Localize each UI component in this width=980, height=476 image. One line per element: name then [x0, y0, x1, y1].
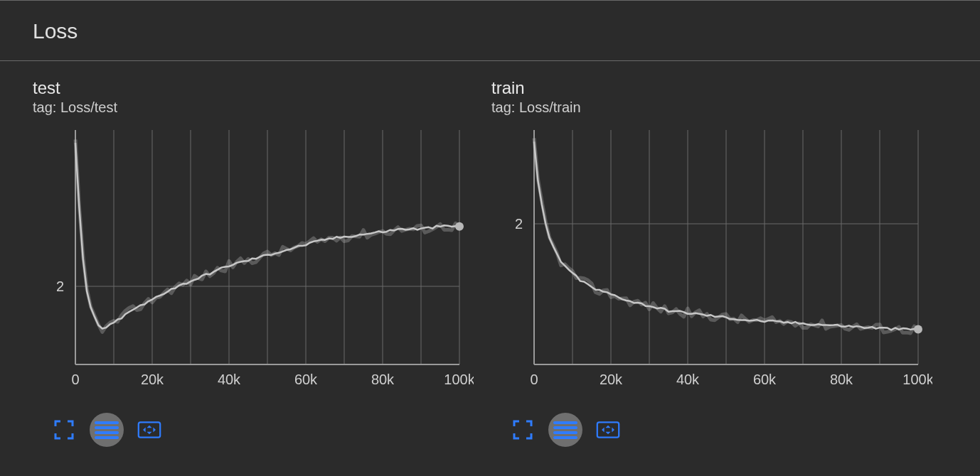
svg-rect-26	[139, 422, 160, 437]
svg-text:0: 0	[71, 372, 79, 387]
line-chart: 020k40k60k80k100k2	[491, 123, 932, 407]
section-title: Loss	[0, 2, 980, 61]
svg-text:80k: 80k	[371, 372, 395, 387]
svg-text:40k: 40k	[218, 372, 241, 387]
chart-title: train	[491, 78, 950, 98]
fit-domain-icon	[137, 418, 161, 442]
svg-text:40k: 40k	[676, 372, 700, 387]
svg-text:100k: 100k	[444, 372, 474, 387]
svg-point-21	[455, 222, 464, 231]
lines-icon	[95, 418, 119, 442]
toggle-log-button[interactable]	[90, 413, 124, 447]
svg-text:100k: 100k	[902, 372, 932, 387]
fit-domain-icon	[596, 418, 620, 442]
svg-text:20k: 20k	[141, 372, 164, 387]
svg-text:20k: 20k	[600, 372, 623, 387]
fullscreen-button[interactable]	[47, 413, 81, 447]
fullscreen-icon	[511, 418, 535, 442]
chart-train: train tag: Loss/train 020k40k60k80k100k2	[491, 78, 950, 447]
line-chart: 020k40k60k80k100k2	[33, 123, 474, 407]
svg-text:2: 2	[56, 278, 64, 294]
svg-rect-53	[597, 422, 619, 437]
svg-text:2: 2	[515, 216, 523, 232]
svg-point-48	[914, 325, 922, 334]
svg-text:60k: 60k	[294, 372, 318, 387]
chart-test: test tag: Loss/test 020k40k60k80k100k2	[33, 78, 491, 447]
fit-domain-button[interactable]	[591, 413, 625, 447]
svg-text:80k: 80k	[830, 372, 853, 387]
chart-tag: tag: Loss/test	[33, 99, 491, 116]
fullscreen-icon	[52, 418, 76, 442]
fullscreen-button[interactable]	[506, 413, 540, 447]
chart-title: test	[33, 78, 491, 98]
toggle-log-button[interactable]	[548, 413, 582, 447]
svg-text:60k: 60k	[753, 372, 777, 387]
lines-icon	[553, 418, 577, 442]
chart-tag: tag: Loss/train	[491, 99, 950, 116]
svg-text:0: 0	[530, 372, 538, 387]
fit-domain-button[interactable]	[132, 413, 166, 447]
